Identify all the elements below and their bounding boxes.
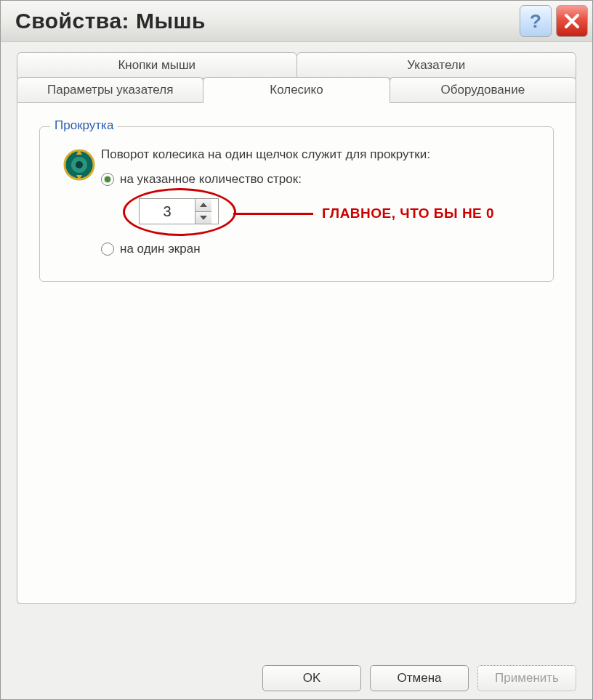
ok-button[interactable]: OK bbox=[262, 665, 361, 691]
spinner-buttons bbox=[195, 199, 211, 224]
scrolling-heading: Поворот колесика на один щелчок служит д… bbox=[101, 147, 536, 162]
tab-pointer-options[interactable]: Параметры указателя bbox=[17, 77, 203, 103]
scrolling-groupbox: Прокрутка bbox=[39, 126, 554, 282]
wheel-icon-wrap bbox=[57, 147, 101, 182]
radio-lines-label: на указанное количество строк: bbox=[120, 172, 302, 187]
annotation: ГЛАВНОЕ, ЧТО БЫ НЕ 0 bbox=[233, 205, 494, 221]
dialog-footer: OK Отмена Применить bbox=[1, 657, 592, 699]
close-button[interactable] bbox=[556, 5, 588, 37]
tab-wheel[interactable]: Колесико bbox=[203, 77, 390, 103]
title-bar: Свойства: Мышь ? bbox=[1, 1, 592, 42]
annotation-text: ГЛАВНОЕ, ЧТО БЫ НЕ 0 bbox=[322, 205, 494, 221]
group-row: Поворот колесика на один щелчок служит д… bbox=[57, 147, 536, 261]
tab-strip: Кнопки мыши Указатели Параметры указател… bbox=[17, 52, 576, 604]
tab-panel-wheel: Прокрутка bbox=[17, 103, 576, 604]
cancel-button[interactable]: Отмена bbox=[370, 665, 469, 691]
radio-lines[interactable] bbox=[101, 173, 114, 186]
radio-screen-row[interactable]: на один экран bbox=[101, 242, 536, 256]
svg-point-3 bbox=[76, 161, 83, 168]
help-button[interactable]: ? bbox=[520, 5, 552, 37]
chevron-down-icon bbox=[200, 216, 207, 220]
annotation-line bbox=[233, 213, 313, 215]
tab-row-2: Параметры указателя Колесико Оборудовани… bbox=[17, 77, 576, 103]
radio-screen[interactable] bbox=[101, 243, 114, 256]
mouse-properties-window: Свойства: Мышь ? Кнопки мыши Указатели П… bbox=[0, 0, 593, 700]
lines-spinner bbox=[139, 198, 219, 224]
groupbox-legend: Прокрутка bbox=[50, 118, 118, 133]
spinner-down-button[interactable] bbox=[195, 211, 211, 224]
radio-lines-row[interactable]: на указанное количество строк: bbox=[101, 172, 536, 187]
chevron-up-icon bbox=[200, 203, 207, 207]
mouse-wheel-icon bbox=[62, 147, 97, 182]
apply-button[interactable]: Применить bbox=[477, 665, 576, 691]
tab-pointers[interactable]: Указатели bbox=[296, 52, 577, 78]
tab-row-1: Кнопки мыши Указатели bbox=[17, 52, 576, 78]
close-icon bbox=[563, 12, 581, 30]
radio-screen-label: на один экран bbox=[120, 242, 201, 256]
spinner-wrap: ГЛАВНОЕ, ЧТО БЫ НЕ 0 bbox=[139, 198, 219, 224]
window-title: Свойства: Мышь bbox=[15, 9, 206, 33]
tab-hardware[interactable]: Оборудование bbox=[390, 77, 576, 103]
help-icon: ? bbox=[530, 10, 541, 33]
spinner-up-button[interactable] bbox=[195, 199, 211, 211]
titlebar-buttons: ? bbox=[520, 5, 588, 37]
tab-mouse-buttons[interactable]: Кнопки мыши bbox=[17, 52, 297, 78]
group-body: Поворот колесика на один щелчок служит д… bbox=[101, 147, 536, 261]
lines-spinner-input[interactable] bbox=[140, 203, 195, 220]
dialog-content: Кнопки мыши Указатели Параметры указател… bbox=[1, 42, 592, 658]
